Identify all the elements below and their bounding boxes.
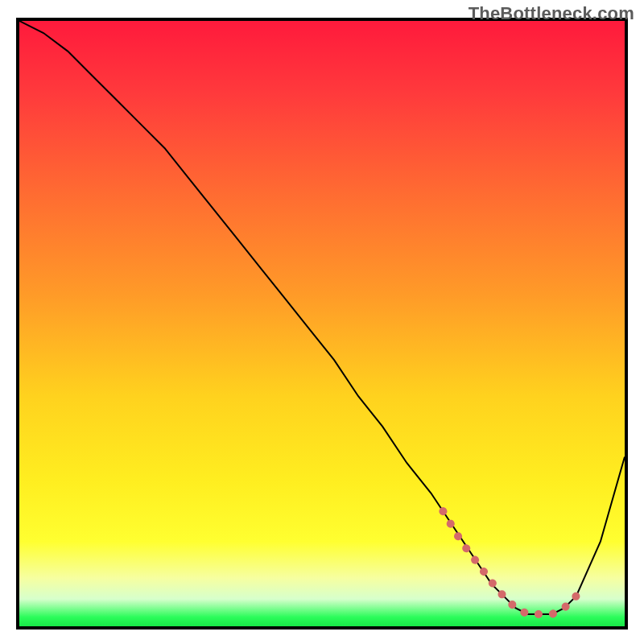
main-curve [19, 21, 625, 614]
highlight-segment [443, 511, 576, 614]
watermark-text: TheBottleneck.com [469, 3, 634, 24]
curve-layer [19, 21, 625, 626]
chart-frame: TheBottleneck.com [0, 0, 644, 644]
plot-area [16, 18, 628, 630]
